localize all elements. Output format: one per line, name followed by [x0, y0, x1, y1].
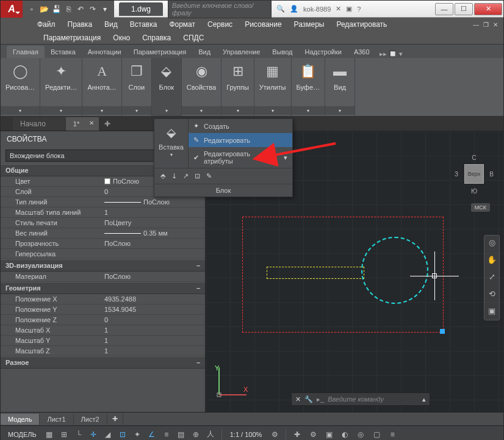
property-row[interactable]: Тип линийПоСлою	[1, 197, 205, 207]
menu-tools[interactable]: Сервис	[201, 18, 239, 31]
tab-layout1[interactable]: Лист1	[40, 414, 73, 425]
tab-manage[interactable]: Управление	[217, 46, 266, 58]
menu-insert[interactable]: Вставка	[124, 18, 164, 31]
tab-parametric[interactable]: Параметризация	[128, 46, 192, 58]
property-row[interactable]: МатериалПоСлою	[1, 272, 205, 282]
minimize-button[interactable]: —	[435, 3, 453, 15]
tool4-icon[interactable]: ⊡	[195, 172, 200, 180]
lineweight-icon[interactable]: ≡	[160, 428, 173, 441]
tab-insert[interactable]: Вставка	[45, 46, 82, 58]
tool1-icon[interactable]: ⬘	[160, 172, 165, 180]
panel-modify[interactable]: ✦Редакти…	[40, 58, 82, 116]
tab-current[interactable]: 1*✕	[66, 117, 99, 131]
polar-icon[interactable]: ✛	[87, 428, 100, 441]
tab-view[interactable]: Вид	[192, 46, 217, 58]
panel-block[interactable]: ⬙Блок	[152, 58, 182, 116]
ribbon-extra[interactable]: ▸▸ 🔲 ▾	[380, 50, 403, 58]
close-button[interactable]: ✕	[474, 3, 502, 15]
zoom-level[interactable]: 1:1 / 100%	[226, 431, 266, 438]
panel-annotation[interactable]: AАннота…	[82, 58, 121, 116]
lock-icon[interactable]: ▣	[322, 428, 336, 441]
property-row[interactable]: Положение Z0	[1, 315, 205, 325]
showmotion-icon[interactable]: ▣	[486, 306, 497, 317]
menu-help[interactable]: Справка	[136, 32, 177, 44]
3dosnap-icon[interactable]: ✦	[131, 428, 144, 441]
tab-output[interactable]: Вывод	[266, 46, 298, 58]
cmd-wrench-icon[interactable]: 🔧	[304, 395, 313, 403]
menu-window[interactable]: Окно	[107, 32, 136, 44]
menu-draw[interactable]: Рисование	[239, 18, 287, 31]
cmd-close-icon[interactable]: ✕	[295, 395, 301, 403]
ortho-icon[interactable]: └	[72, 428, 85, 441]
gear-icon[interactable]: ⚙	[268, 428, 281, 441]
property-row[interactable]: Масштаб Y1	[1, 336, 205, 346]
save-icon[interactable]: 💾	[51, 4, 62, 15]
command-input[interactable]: Введите команду	[328, 395, 419, 403]
undo-icon[interactable]: ↶	[75, 4, 86, 15]
tab-addins[interactable]: Надстройки	[299, 46, 348, 58]
qat-more-icon[interactable]: ▾	[99, 4, 110, 15]
otrack-icon[interactable]: ∠	[145, 428, 159, 441]
panel-layers[interactable]: ❐Слои	[122, 58, 152, 116]
property-row[interactable]: Вес линий0.35 мм	[1, 228, 205, 239]
plus-icon[interactable]: ✚	[290, 428, 304, 441]
panel-clipboard[interactable]: 📋Буфе…	[292, 58, 326, 116]
orbit-icon[interactable]: ⟲	[486, 289, 497, 300]
tab-home[interactable]: Главная	[7, 46, 45, 58]
tab-a360[interactable]: A360	[348, 46, 376, 58]
panel-utilities[interactable]: ▦Утилиты	[254, 58, 292, 116]
fullnav-icon[interactable]: ◎	[486, 238, 497, 249]
menu-edit[interactable]: Правка	[62, 18, 99, 31]
app-menu-button[interactable]: A	[1, 1, 23, 18]
zoom-extents-icon[interactable]: ⤢	[486, 272, 497, 283]
create-block-item[interactable]: ✦Создать	[189, 119, 292, 133]
menu-format[interactable]: Формат	[163, 18, 201, 31]
workspace-icon[interactable]: ⚙	[306, 428, 320, 441]
panel-draw[interactable]: ◯Рисова…	[1, 58, 40, 116]
property-row[interactable]: Положение X4935.2488	[1, 294, 205, 305]
transparency-icon[interactable]: ▤	[175, 428, 188, 441]
selection-grip[interactable]	[440, 329, 445, 334]
panel-view[interactable]: ▬Вид	[325, 58, 355, 116]
tool3-icon[interactable]: ↗	[183, 172, 189, 180]
dynucs-icon[interactable]: 人	[204, 428, 217, 441]
menu-modify[interactable]: Редактировать	[330, 18, 393, 31]
property-row[interactable]: Масштаб X1	[1, 325, 205, 336]
menu-parametric[interactable]: Параметризация	[37, 32, 107, 44]
saveas-icon[interactable]: ⎘	[63, 4, 74, 15]
customize-icon[interactable]: ≡	[386, 428, 399, 441]
pan-icon[interactable]: ✋	[486, 255, 497, 266]
cleanscreen-icon[interactable]: ▢	[370, 428, 383, 441]
close-tab-icon[interactable]: ✕	[89, 120, 94, 126]
new-tab-button[interactable]: ✚	[99, 118, 115, 130]
menu-file[interactable]: Файл	[31, 18, 62, 31]
viewcube-top[interactable]: Верх	[464, 164, 484, 184]
user-name[interactable]: kok-8989	[303, 5, 331, 13]
isolate-icon[interactable]: ◎	[354, 428, 367, 441]
binoculars-icon[interactable]: 🔍	[276, 5, 285, 13]
property-row[interactable]: Стиль печатиПоЦвету	[1, 218, 205, 228]
doc-restore-button[interactable]: ❐	[481, 20, 490, 29]
property-row[interactable]: Положение Y1534.9045	[1, 305, 205, 315]
new-icon[interactable]: ▫	[26, 4, 37, 15]
insert-block-button[interactable]: ⬙ Вставка ▾	[154, 119, 189, 168]
menu-dimensions[interactable]: Размеры	[288, 18, 331, 31]
command-line[interactable]: ✕ 🔧 ▸_ Введите команду ▴	[291, 392, 430, 406]
open-icon[interactable]: 📂	[38, 4, 49, 15]
redo-icon[interactable]: ↷	[87, 4, 98, 15]
hw-icon[interactable]: ◐	[338, 428, 351, 441]
property-row[interactable]: Масштаб Z1	[1, 346, 205, 356]
osnap-icon[interactable]: ⊡	[116, 428, 129, 441]
panel-properties[interactable]: ◉Свойства	[182, 58, 221, 116]
tab-layout2[interactable]: Лист2	[74, 414, 107, 425]
tab-model[interactable]: Модель	[1, 414, 40, 425]
signin-icon[interactable]: 👤	[290, 5, 298, 13]
add-layout-button[interactable]: ✚	[107, 413, 123, 425]
tab-start[interactable]: Начало	[13, 117, 65, 131]
a360-icon[interactable]: ▣	[346, 5, 352, 13]
tool2-icon[interactable]: ⤓	[171, 172, 177, 180]
wcs-label[interactable]: МСК	[471, 203, 490, 212]
tab-annotate[interactable]: Аннотации	[82, 46, 128, 58]
exchange-icon[interactable]: ✕	[336, 5, 341, 13]
tool5-icon[interactable]: ✎	[206, 172, 212, 180]
